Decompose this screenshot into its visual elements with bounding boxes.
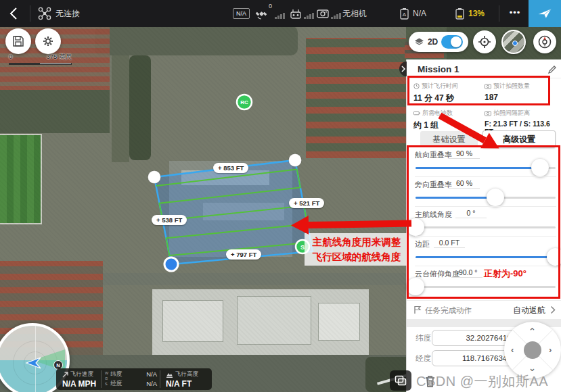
stat-photo-count: 预计拍照数量 187 <box>485 82 559 102</box>
camera-signal-bars <box>331 13 341 19</box>
rc-location-marker: RC <box>237 95 252 109</box>
map-scale: 0 375 英尺 <box>9 53 72 65</box>
slider-front-overlap: 航向重叠率 90 % <box>407 147 561 177</box>
save-icon <box>12 35 24 47</box>
slider-thumb[interactable] <box>407 278 424 295</box>
tab-advanced-settings[interactable]: 高级设置 <box>483 130 556 148</box>
gear-icon <box>41 34 55 48</box>
edge-distance-label[interactable]: + 797 FT <box>226 249 261 260</box>
speed-value: N/A MPH <box>62 379 101 389</box>
side-overlap-slider[interactable] <box>416 197 556 199</box>
map-layers-icon <box>395 375 407 386</box>
gps-signal-bars <box>275 13 285 19</box>
view-toggle-label: 2D <box>428 37 438 47</box>
gps-count: 0 <box>269 3 272 9</box>
svg-text:A: A <box>403 11 407 18</box>
edit-mission-icon[interactable] <box>547 65 557 74</box>
nudge-down-button[interactable]: ⌄ <box>529 364 536 372</box>
drone-mission-planner-app: S RC + 853 FT + 521 FT + 538 FT + 797 FT… <box>0 0 561 392</box>
minimap-thumbnail[interactable] <box>501 30 526 54</box>
gimbal-pitch-slider[interactable] <box>416 286 556 288</box>
edge-distance-label[interactable]: + 521 FT <box>289 198 324 208</box>
flag-icon <box>413 305 422 314</box>
front-overlap-slider[interactable] <box>416 167 556 169</box>
map-type-button[interactable] <box>390 370 411 391</box>
back-icon[interactable] <box>9 7 18 20</box>
edge-distance-label[interactable]: + 853 FT <box>213 163 248 173</box>
locate-me-button[interactable] <box>473 30 496 53</box>
compass-icon <box>537 34 552 49</box>
aircraft-battery-value: N/A <box>413 0 426 27</box>
aircraft-battery-icon: A <box>399 7 409 20</box>
top-status-bar: 无连接 N/A 0 无相机 A N/A <box>0 0 561 27</box>
camera-icon <box>317 8 329 19</box>
slider-main-route-angle: 主航线角度 0 ° <box>407 207 561 237</box>
main-route-angle-slider[interactable] <box>416 226 556 228</box>
vertex-handle-selected <box>164 258 178 271</box>
side-overlap-value[interactable]: 60 % <box>449 179 480 189</box>
nudge-center-button[interactable] <box>524 341 541 359</box>
mission-title: Mission 1 <box>418 64 459 74</box>
more-menu-button[interactable]: ••• <box>505 0 525 26</box>
map-2d-toggle[interactable]: 2D <box>409 32 468 52</box>
mission-settings-button[interactable] <box>35 28 61 54</box>
slider-thumb[interactable] <box>547 248 561 266</box>
altitude-icon <box>166 372 173 378</box>
slider-thumb[interactable] <box>531 159 549 176</box>
slider-thumb[interactable] <box>487 189 504 206</box>
tab-basic-settings[interactable]: 基础设置 <box>420 131 478 147</box>
satellite-icon <box>255 7 267 20</box>
altitude-value: N/A FT <box>166 379 212 389</box>
telemetry-lat-value: N/A <box>146 370 157 378</box>
chevron-right-icon <box>550 305 556 314</box>
slider-thumb[interactable] <box>407 218 424 236</box>
stat-flight-time: 预计飞行时间 11 分 47 秒 <box>413 82 481 104</box>
flight-area-polygon <box>154 160 313 264</box>
nudge-up-button[interactable]: ⌃ <box>529 327 536 336</box>
vertex-handle <box>289 154 302 167</box>
nudge-right-button[interactable]: › <box>549 345 552 354</box>
margin-slider[interactable] <box>416 256 556 258</box>
main-route-angle-value[interactable]: 0 ° <box>455 209 487 218</box>
connection-status: 无连接 <box>55 0 80 27</box>
clock-icon <box>413 83 420 89</box>
rc-battery-percent: 13% <box>468 0 485 27</box>
annotation-route-note: 主航线角度用来调整 飞行区域的航线角度 <box>305 233 409 266</box>
slider-side-overlap: 旁向重叠率 60 % <box>407 177 561 207</box>
save-mission-button[interactable] <box>5 28 31 54</box>
crosshair-icon <box>478 35 491 49</box>
front-overlap-value[interactable]: 90 % <box>449 149 480 159</box>
mission-settings-panel: Mission 1 预计飞行时间 11 分 47 秒 预计拍照数量 187 所需… <box>406 59 561 392</box>
position-nudge-dpad[interactable]: ⌃ ‹ › ⌄ <box>504 322 561 378</box>
nudge-left-button[interactable]: ‹ <box>511 345 514 354</box>
photo-icon <box>485 83 491 89</box>
layers-icon <box>414 37 424 47</box>
telemetry-bar: 飞行速度 N/A MPH WGS 纬度N/A 经度N/A 飞行高度 N/A FT <box>56 368 212 390</box>
telemetry-lng-value: N/A <box>146 380 157 388</box>
airplane-icon <box>537 7 552 20</box>
compass-reset-button[interactable] <box>533 30 556 53</box>
remote-controller-icon <box>290 7 302 20</box>
drone-icon <box>38 7 51 20</box>
margin-value[interactable]: 0.0 FT <box>434 239 465 248</box>
scale-end: 375 英尺 <box>47 53 72 62</box>
toggle-switch-on[interactable] <box>441 35 463 49</box>
slider-margin: 边距 0.0 FT <box>407 237 561 266</box>
edge-distance-label[interactable]: + 538 FT <box>152 215 187 225</box>
battery-small-icon <box>413 110 420 116</box>
slider-gimbal-pitch: 云台俯仰角度 -90.0 ° 正射为-90° <box>407 266 561 296</box>
vertex-handle <box>148 171 161 184</box>
minimap-position-dot <box>512 41 518 46</box>
finish-action-row[interactable]: 任务完成动作 自动返航 <box>407 303 561 319</box>
longitude-label: 经度 <box>416 353 431 364</box>
flight-mode-badge: N/A <box>233 8 250 19</box>
camera-status: 无相机 <box>342 0 367 27</box>
chevron-right-icon <box>401 66 405 72</box>
rc-battery-icon <box>455 7 465 20</box>
stat-batteries-needed: 所需电池数 约 1 组 <box>413 109 481 131</box>
wgs-label: WGS <box>105 370 108 390</box>
svg-text:RC: RC <box>240 99 248 105</box>
gimbal-annotation-text: 正射为-90° <box>484 268 526 280</box>
takeoff-button[interactable] <box>529 0 561 27</box>
gimbal-pitch-value[interactable]: -90.0 ° <box>451 268 483 278</box>
